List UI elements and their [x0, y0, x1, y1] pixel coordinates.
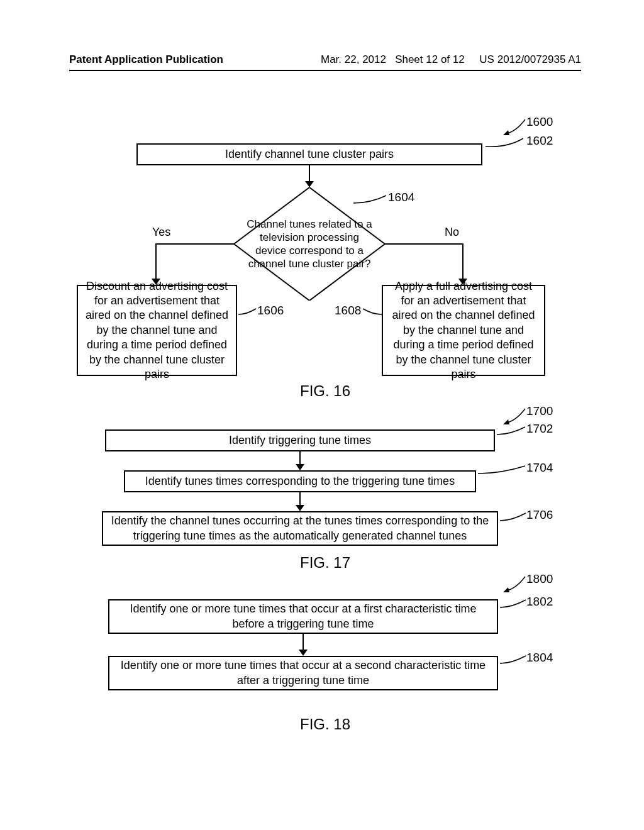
- step-1804-text: Identify one or more tune times that occ…: [116, 658, 491, 688]
- fig-18-label: FIG. 18: [70, 716, 580, 733]
- svg-marker-3: [503, 587, 509, 592]
- arrow-no-v: [462, 243, 464, 280]
- ref-1706: 1706: [526, 508, 553, 522]
- ref-1702: 1702: [526, 422, 553, 436]
- step-1604-text: Channel tunes related to a television pr…: [245, 218, 374, 271]
- yes-label: Yes: [152, 226, 170, 239]
- leader-1800: [503, 573, 528, 595]
- header-sheet: Sheet 12 of 12: [395, 53, 465, 65]
- ref-1804: 1804: [526, 651, 553, 665]
- step-1706-text: Identify the channel tunes occurring at …: [109, 514, 491, 543]
- leader-1704: [476, 464, 528, 478]
- step-1602: Identify channel tune cluster pairs: [136, 143, 482, 165]
- step-1804: Identify one or more tune times that occ…: [108, 656, 498, 690]
- header-meta: Mar. 22, 2012 Sheet 12 of 12 US 2012/007…: [321, 53, 581, 66]
- ref-1604: 1604: [388, 191, 414, 204]
- step-1608-text: Apply a full advertising cost for an adv…: [389, 279, 538, 382]
- fig-16-label: FIG. 16: [70, 382, 580, 400]
- arrowhead-1704-1706: [296, 505, 304, 511]
- arrowhead-1702-1704: [296, 464, 304, 470]
- arrow-1802-1804: [303, 634, 304, 651]
- leader-1804: [498, 654, 528, 668]
- arrowhead-1802-1804: [299, 650, 308, 656]
- header-date: Mar. 22, 2012: [321, 53, 386, 65]
- svg-marker-0: [503, 130, 509, 135]
- arrow-1602-1604: [309, 165, 310, 182]
- step-1706: Identify the channel tunes occurring at …: [102, 511, 498, 546]
- step-1602-text: Identify channel tune cluster pairs: [225, 147, 394, 162]
- ref-1602: 1602: [526, 134, 553, 148]
- leader-1702: [495, 425, 528, 439]
- fig-17-label: FIG. 17: [70, 554, 580, 572]
- leader-1604: [352, 194, 389, 208]
- step-1702: Identify triggering tune times: [105, 429, 495, 451]
- step-1802-text: Identify one or more tune times that occ…: [116, 602, 491, 631]
- arrow-yes-v: [155, 243, 157, 280]
- leader-1706: [498, 511, 528, 525]
- leader-1600: [503, 116, 528, 138]
- arrow-yes-h: [155, 243, 235, 245]
- header-divider: [69, 70, 581, 71]
- leader-1602: [482, 135, 526, 153]
- leader-1606: [237, 307, 259, 319]
- ref-1704: 1704: [526, 461, 553, 475]
- svg-marker-2: [503, 419, 509, 424]
- step-1702-text: Identify triggering tune times: [229, 433, 371, 448]
- arrow-1702-1704: [299, 451, 301, 465]
- ref-1700: 1700: [526, 404, 553, 418]
- ref-1608: 1608: [335, 304, 361, 318]
- step-1704: Identify tunes times corresponding to th…: [124, 470, 476, 492]
- step-1802: Identify one or more tune times that occ…: [108, 599, 498, 634]
- page-header: Patent Application Publication Mar. 22, …: [69, 53, 581, 66]
- leader-1700: [503, 406, 528, 427]
- step-1704-text: Identify tunes times corresponding to th…: [145, 474, 455, 489]
- leader-1608: [362, 307, 384, 319]
- ref-1800: 1800: [526, 572, 553, 586]
- header-pubnum: US 2012/0072935 A1: [479, 53, 581, 65]
- header-publication: Patent Application Publication: [69, 53, 223, 66]
- arrow-no-h: [384, 243, 464, 245]
- leader-1802: [498, 598, 528, 612]
- ref-1600: 1600: [526, 115, 553, 129]
- ref-1802: 1802: [526, 595, 553, 609]
- arrowhead-1602-1604: [305, 181, 314, 187]
- ref-1606: 1606: [257, 304, 284, 318]
- step-1608: Apply a full advertising cost for an adv…: [382, 285, 545, 376]
- step-1606: Discount an advertising cost for an adve…: [77, 285, 237, 376]
- step-1606-text: Discount an advertising cost for an adve…: [84, 279, 230, 382]
- no-label: No: [445, 226, 459, 239]
